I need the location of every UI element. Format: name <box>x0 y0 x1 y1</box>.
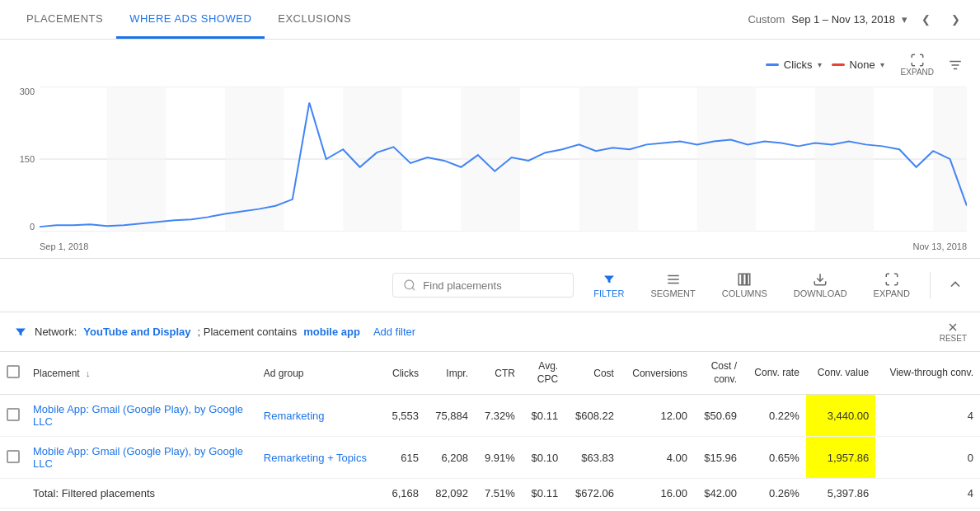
svg-rect-11 <box>697 87 757 232</box>
search-input[interactable] <box>423 279 555 292</box>
none-line-icon <box>832 63 845 66</box>
filter-button[interactable]: FILTER <box>587 269 631 302</box>
th-costconv[interactable]: Cost / conv. <box>694 352 743 395</box>
row1-ctr: 7.32% <box>475 395 522 437</box>
th-cost[interactable]: Cost <box>565 352 621 395</box>
th-avgcpc[interactable]: Avg. CPC <box>522 352 565 395</box>
th-convvalue[interactable]: Conv. value <box>806 352 875 395</box>
expand-table-button[interactable]: EXPAND <box>867 269 917 302</box>
total-row: Total: Filtered placements 6,168 82,092 … <box>0 479 980 509</box>
filter-network[interactable]: YouTube and Display <box>83 326 190 338</box>
expand-icon <box>884 272 899 287</box>
th-convrate[interactable]: Conv. rate <box>743 352 806 395</box>
tab-exclusions[interactable]: EXCLUSIONS <box>265 1 364 39</box>
filter-separator: ; Placement contains <box>198 326 298 338</box>
chart-expand-button[interactable]: EXPAND <box>901 53 934 77</box>
th-ctr-label: CTR <box>495 368 515 379</box>
th-impr[interactable]: Impr. <box>425 352 475 395</box>
th-clicks-label: Clicks <box>392 368 419 379</box>
row2-convrate: 0.65% <box>743 437 806 479</box>
filter-icon <box>602 272 617 287</box>
expand-label: EXPAND <box>901 68 934 77</box>
table-header-row: Placement ↓ Ad group Clicks Impr. CTR <box>0 352 980 395</box>
toolbar-divider <box>930 272 931 298</box>
legend-none-label: None <box>850 59 875 71</box>
filter-bar: Network: YouTube and Display ; Placement… <box>0 312 980 352</box>
row2-checkbox-cell[interactable] <box>0 437 26 479</box>
clicks-line-icon <box>766 63 779 66</box>
tab-placements[interactable]: PLACEMENTS <box>13 1 116 39</box>
chart-svg <box>40 87 967 232</box>
th-costconv-label: Cost / <box>711 360 737 373</box>
total-cost: $672.06 <box>565 479 621 509</box>
tab-where-ads-showed[interactable]: WHERE ADS SHOWED <box>116 1 265 39</box>
row2-viewthrough: 0 <box>875 437 980 479</box>
y-label-300: 300 <box>20 87 35 96</box>
collapse-button[interactable] <box>944 273 967 298</box>
th-viewthrough[interactable]: View-through conv. <box>875 352 980 395</box>
row1-impr: 75,884 <box>425 395 475 437</box>
chart-x-labels: Sep 1, 2018 Nov 13, 2018 <box>40 241 967 251</box>
y-label-0: 0 <box>30 222 35 232</box>
chart-filter-button[interactable] <box>944 54 967 77</box>
add-filter-button[interactable]: Add filter <box>373 326 415 338</box>
date-label: Custom <box>748 13 785 26</box>
svg-line-15 <box>412 288 415 290</box>
total-avgcpc: $0.11 <box>522 479 565 509</box>
date-range-text: Sep 1 – Nov 13, 2018 <box>791 13 895 26</box>
segment-label: SEGMENT <box>650 288 695 298</box>
nav-next-button[interactable]: ❯ <box>944 8 967 31</box>
row2-costconv: $15.96 <box>694 437 743 479</box>
row1-checkbox[interactable] <box>7 408 20 421</box>
search-box[interactable] <box>392 273 574 298</box>
legend-none[interactable]: None ▾ <box>832 59 884 71</box>
th-conversions[interactable]: Conversions <box>621 352 694 395</box>
row2-adgroup-link[interactable]: Remarketing + Topics <box>264 452 367 464</box>
row1-clicks: 5,553 <box>382 395 425 437</box>
download-button[interactable]: DOWNLOAD <box>787 269 854 302</box>
segment-button[interactable]: SEGMENT <box>644 269 701 302</box>
legend-none-chevron[interactable]: ▾ <box>880 60 884 69</box>
select-all-checkbox[interactable] <box>7 365 20 378</box>
row1-conversions: 12.00 <box>621 395 694 437</box>
row1-convrate: 0.22% <box>743 395 806 437</box>
th-placement[interactable]: Placement ↓ <box>26 352 257 395</box>
columns-label: COLUMNS <box>722 288 767 298</box>
row1-placement-link[interactable]: Mobile App: Gmail (Google Play), by Goog… <box>33 403 243 428</box>
date-dropdown-icon[interactable]: ▾ <box>902 13 907 26</box>
chart-area: Clicks ▾ None ▾ EXPAND 300 150 0 <box>0 40 980 259</box>
row2-conversions: 4.00 <box>621 437 694 479</box>
table-container: Placement ↓ Ad group Clicks Impr. CTR <box>0 352 980 509</box>
row1-cost: $608.22 <box>565 395 621 437</box>
row1-costconv: $50.69 <box>694 395 743 437</box>
th-avgcpc-label2: CPC <box>537 373 558 387</box>
select-all-header[interactable] <box>0 352 26 395</box>
row2-placement-link[interactable]: Mobile App: Gmail (Google Play), by Goog… <box>33 445 243 470</box>
filter-bar-icon <box>13 325 28 340</box>
filter-placement[interactable]: mobile app <box>303 326 360 338</box>
total-adgroup <box>257 479 382 509</box>
reset-button[interactable]: RESET <box>940 321 967 343</box>
svg-rect-21 <box>748 274 750 285</box>
total-convvalue: 5,397.86 <box>806 479 875 509</box>
columns-button[interactable]: COLUMNS <box>715 269 774 302</box>
row1-adgroup-link[interactable]: Remarketing <box>264 410 325 422</box>
legend-clicks-label: Clicks <box>784 59 813 71</box>
row1-checkbox-cell[interactable] <box>0 395 26 437</box>
row2-cost: $63.83 <box>565 437 621 479</box>
total-ctr: 7.51% <box>475 479 522 509</box>
total-impr: 82,092 <box>425 479 475 509</box>
th-ctr[interactable]: CTR <box>475 352 522 395</box>
th-clicks[interactable]: Clicks <box>382 352 425 395</box>
segment-icon <box>666 272 681 287</box>
legend-clicks[interactable]: Clicks ▾ <box>766 59 822 71</box>
total-viewthrough: 4 <box>875 479 980 509</box>
sort-icon: ↓ <box>86 368 91 378</box>
row2-convvalue: 1,957.86 <box>806 437 875 479</box>
columns-icon <box>737 272 752 287</box>
legend-clicks-chevron[interactable]: ▾ <box>818 60 822 69</box>
svg-point-14 <box>405 280 414 289</box>
nav-prev-button[interactable]: ❮ <box>914 8 937 31</box>
row2-checkbox[interactable] <box>7 450 20 463</box>
table-row: Mobile App: Gmail (Google Play), by Goog… <box>0 437 980 479</box>
